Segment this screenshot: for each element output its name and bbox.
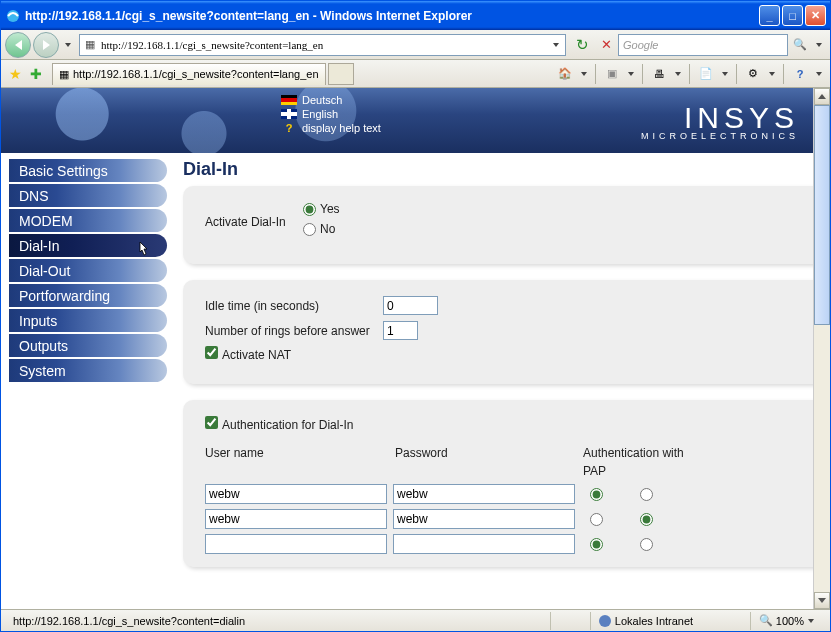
back-button[interactable]	[5, 32, 31, 58]
window-title: http://192.168.1.1/cgi_s_newsite?content…	[25, 9, 759, 23]
checkbox-nat[interactable]: Activate NAT	[205, 346, 291, 362]
radio-chap[interactable]	[640, 538, 653, 551]
status-url: http://192.168.1.1/cgi_s_newsite?content…	[5, 612, 511, 630]
scroll-down-button[interactable]	[814, 592, 830, 609]
add-favorite-icon[interactable]: ✚	[30, 66, 42, 82]
browser-window: http://192.168.1.1/cgi_s_newsite?content…	[0, 0, 831, 632]
auth-row	[205, 534, 813, 554]
label-idle: Idle time (in seconds)	[205, 299, 383, 313]
status-zone: Lokales Intranet	[591, 612, 751, 630]
input-username[interactable]	[205, 509, 387, 529]
address-bar[interactable]: ▦	[79, 34, 566, 56]
panel-activate: Activate Dial-In Yes No	[183, 186, 813, 264]
page-icon: ▦	[59, 68, 69, 81]
feeds-dropdown[interactable]	[628, 72, 634, 76]
print-dropdown[interactable]	[675, 72, 681, 76]
help-icon: ?	[281, 122, 297, 134]
checkbox-auth-input[interactable]	[205, 416, 218, 429]
titlebar: http://192.168.1.1/cgi_s_newsite?content…	[1, 1, 830, 30]
main-content: Dial-In Activate Dial-In Yes No	[167, 159, 813, 583]
sidebar-item-outputs[interactable]: Outputs	[9, 334, 167, 357]
lang-german-label: Deutsch	[302, 94, 342, 106]
home-dropdown[interactable]	[581, 72, 587, 76]
scroll-up-button[interactable]	[814, 88, 830, 105]
page-icon: ▦	[82, 37, 98, 53]
search-provider-dropdown[interactable]	[816, 43, 822, 47]
input-password[interactable]	[393, 484, 575, 504]
sidebar-item-system[interactable]: System	[9, 359, 167, 382]
address-input[interactable]	[101, 39, 549, 51]
input-password[interactable]	[393, 534, 575, 554]
ie-icon	[5, 8, 21, 24]
checkbox-nat-label: Activate NAT	[222, 348, 291, 362]
vertical-scrollbar[interactable]	[813, 88, 830, 609]
scroll-thumb[interactable]	[814, 105, 830, 325]
lang-english-link[interactable]: English	[281, 108, 381, 120]
input-password[interactable]	[393, 509, 575, 529]
radio-chap[interactable]	[640, 488, 653, 501]
close-button[interactable]: ✕	[805, 5, 826, 26]
content-area: Deutsch English ? display help text INSY…	[1, 88, 830, 609]
search-button[interactable]: 🔍	[789, 34, 811, 56]
scroll-track[interactable]	[814, 105, 830, 592]
search-box[interactable]: Google	[618, 34, 788, 56]
brand-logo: INSYS MICROELECTRONICS	[641, 88, 813, 153]
status-zoom[interactable]: 🔍 100%	[751, 612, 826, 630]
maximize-button[interactable]: □	[782, 5, 803, 26]
home-button[interactable]: 🏠	[554, 63, 576, 85]
input-username[interactable]	[205, 534, 387, 554]
input-username[interactable]	[205, 484, 387, 504]
sidebar-nav: Basic SettingsDNSMODEMDial-InDial-OutPor…	[9, 159, 167, 583]
browser-tab[interactable]: ▦ http://192.168.1.1/cgi_s_newsite?conte…	[52, 63, 326, 85]
sidebar-item-modem[interactable]: MODEM	[9, 209, 167, 232]
stop-button[interactable]: ✕	[595, 34, 617, 56]
brand-main: INSYS	[684, 101, 799, 135]
tools-button[interactable]: ⚙	[742, 63, 764, 85]
page-menu-dropdown[interactable]	[722, 72, 728, 76]
input-rings[interactable]	[383, 321, 418, 340]
sidebar-item-dial-out[interactable]: Dial-Out	[9, 259, 167, 282]
checkbox-auth[interactable]: Authentication for Dial-In	[205, 416, 353, 432]
new-tab-button[interactable]	[328, 63, 354, 85]
radio-yes-input[interactable]	[303, 203, 316, 216]
radio-no-input[interactable]	[303, 223, 316, 236]
zone-icon	[599, 615, 611, 627]
sidebar-item-portforwarding[interactable]: Portforwarding	[9, 284, 167, 307]
help-button[interactable]: ?	[789, 63, 811, 85]
address-dropdown[interactable]	[553, 43, 559, 47]
radio-yes[interactable]: Yes	[303, 202, 340, 216]
status-empty1	[511, 612, 551, 630]
radio-chap[interactable]	[640, 513, 653, 526]
tools-dropdown[interactable]	[769, 72, 775, 76]
radio-no[interactable]: No	[303, 222, 335, 236]
sidebar-item-dial-in[interactable]: Dial-In	[9, 234, 167, 257]
brand-sub: MICROELECTRONICS	[641, 131, 799, 141]
col-authwith: Authentication with	[583, 446, 733, 460]
help-dropdown[interactable]	[816, 72, 822, 76]
print-button[interactable]: 🖶	[648, 63, 670, 85]
radio-pap[interactable]	[590, 538, 603, 551]
help-link[interactable]: ? display help text	[281, 122, 381, 134]
checkbox-nat-input[interactable]	[205, 346, 218, 359]
refresh-button[interactable]: ↻	[571, 34, 593, 56]
sidebar-item-basic-settings[interactable]: Basic Settings	[9, 159, 167, 182]
feeds-button[interactable]: ▣	[601, 63, 623, 85]
auth-row	[205, 484, 813, 504]
minimize-button[interactable]: _	[759, 5, 780, 26]
panel-authentication: Authentication for Dial-In User name Pas…	[183, 400, 813, 567]
flag-de-icon	[281, 95, 297, 105]
zoom-dropdown[interactable]	[808, 619, 814, 623]
lang-german-link[interactable]: Deutsch	[281, 94, 381, 106]
sidebar-item-inputs[interactable]: Inputs	[9, 309, 167, 332]
checkbox-auth-label: Authentication for Dial-In	[222, 418, 353, 432]
page-menu-button[interactable]: 📄	[695, 63, 717, 85]
label-activate: Activate Dial-In	[205, 215, 303, 229]
radio-pap[interactable]	[590, 513, 603, 526]
radio-yes-label: Yes	[320, 202, 340, 216]
nav-history-dropdown[interactable]	[65, 43, 71, 47]
favorites-icon[interactable]: ★	[9, 66, 22, 82]
input-idle-time[interactable]	[383, 296, 438, 315]
forward-button[interactable]	[33, 32, 59, 58]
radio-pap[interactable]	[590, 488, 603, 501]
sidebar-item-dns[interactable]: DNS	[9, 184, 167, 207]
